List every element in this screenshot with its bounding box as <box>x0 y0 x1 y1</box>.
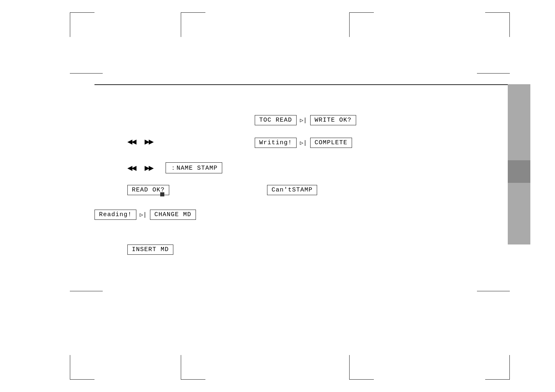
reading-box[interactable]: Reading! <box>94 210 136 220</box>
corner-mark-br <box>485 355 510 380</box>
corner-mark-tr <box>485 12 510 37</box>
arrow-sep-2: ▷| <box>300 139 307 146</box>
row-toc-write: TOC READ ▷| WRITE OK? <box>255 115 356 125</box>
writing-box[interactable]: Writing! <box>255 138 297 148</box>
short-line-top-left <box>70 73 103 74</box>
cant-stamp-box[interactable]: Can'tSTAMP <box>267 185 317 195</box>
row-transport2-namestamp: ◀◀ ▶▶ ：NAME STAMP <box>127 162 222 173</box>
row-stop-indicator <box>160 192 164 196</box>
corner-mark-tl <box>70 12 94 37</box>
corner-mark-tcl <box>181 12 205 37</box>
name-stamp-box[interactable]: ：NAME STAMP <box>166 162 222 173</box>
transport1-skip-fwd-icon[interactable]: ▶▶ <box>145 138 153 145</box>
row-reading-changemd: Reading! ▷| CHANGE MD <box>94 210 196 220</box>
row-writing-complete: Writing! ▷| COMPLETE <box>255 138 352 148</box>
corner-mark-bcr <box>349 355 374 380</box>
complete-box[interactable]: COMPLETE <box>310 138 352 148</box>
stop-indicator <box>160 192 164 196</box>
short-line-bottom-left <box>70 291 103 291</box>
short-line-top-right <box>477 73 510 74</box>
row-transport1-writing: ◀◀ ▶▶ <box>127 138 153 145</box>
change-md-box[interactable]: CHANGE MD <box>150 210 196 220</box>
toc-read-box[interactable]: TOC READ <box>255 115 297 125</box>
short-line-bottom-right <box>477 291 510 291</box>
arrow-sep-1: ▷| <box>300 117 307 124</box>
corner-mark-bl <box>70 355 94 380</box>
write-ok-box[interactable]: WRITE OK? <box>310 115 356 125</box>
insert-md-box[interactable]: INSERT MD <box>127 244 173 255</box>
corner-mark-bcl <box>181 355 205 380</box>
corner-mark-tcr <box>349 12 374 37</box>
row-cant-stamp: Can'tSTAMP <box>267 185 317 195</box>
sidebar-inner-rect <box>508 160 530 183</box>
transport2-skip-back-icon[interactable]: ◀◀ <box>127 164 136 172</box>
top-rule <box>94 84 508 85</box>
transport2-skip-fwd-icon[interactable]: ▶▶ <box>145 164 153 172</box>
row-insertmd: INSERT MD <box>127 244 173 255</box>
arrow-sep-3: ▷| <box>140 211 147 218</box>
transport1-skip-back-icon[interactable]: ◀◀ <box>127 138 136 145</box>
